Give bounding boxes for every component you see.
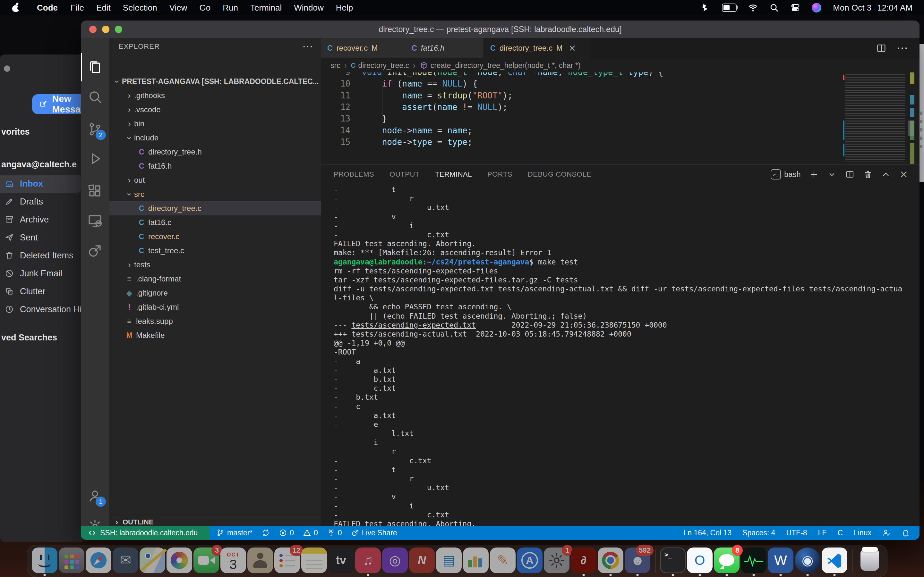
dock-discord[interactable]: ☻592 (624, 545, 651, 577)
terminal-shell-selector[interactable]: >_ bash (771, 169, 801, 179)
dock-trash[interactable] (856, 545, 883, 577)
maximize-panel-icon[interactable] (881, 169, 891, 179)
dock-messages[interactable]: 8 (713, 545, 740, 577)
explorer-item-.clang-format[interactable]: ≡.clang-format (109, 272, 336, 286)
dock-numbers[interactable] (462, 545, 489, 577)
panel-tab-ports[interactable]: PORTS (487, 164, 512, 184)
menu-item-edit[interactable]: Edit (90, 3, 117, 13)
explorer-item-include[interactable]: ›include (109, 131, 336, 145)
menu-item-help[interactable]: Help (330, 3, 359, 13)
status-live-share[interactable]: Live Share (351, 529, 397, 537)
minimize-window-button[interactable] (102, 26, 110, 33)
menu-item-terminal[interactable]: Terminal (244, 3, 288, 13)
status-c[interactable]: C (837, 529, 843, 537)
mail-folder-inbox[interactable]: Inbox (0, 175, 81, 193)
panel-tab-problems[interactable]: PROBLEMS (334, 164, 374, 184)
dock-steam[interactable]: ◉ (794, 545, 821, 577)
panel-tab-output[interactable]: OUTPUT (389, 164, 419, 184)
tab-recover.c[interactable]: Crecover.cM (321, 38, 405, 58)
menu-item-run[interactable]: Run (216, 3, 244, 13)
split-editor-icon[interactable] (876, 43, 887, 53)
remote-status-button[interactable]: SSH: labradoodle.caltech.edu (81, 526, 210, 540)
status-ln-164-col-13[interactable]: Ln 164, Col 13 (683, 529, 732, 537)
explorer-item-recover.c[interactable]: Crecover.cM (109, 229, 349, 243)
close-window-button[interactable] (89, 26, 97, 33)
menu-clock[interactable]: Mon Oct 3 12:04 AM (833, 3, 913, 13)
activity-search[interactable] (81, 83, 109, 111)
terminal-dropdown-icon[interactable] (827, 169, 837, 179)
explorer-item-tests[interactable]: ›tests (109, 258, 336, 272)
minimap-slider[interactable] (908, 121, 914, 136)
new-terminal-icon[interactable] (809, 169, 819, 179)
explorer-item-.gitignore[interactable]: ◆.gitignore (109, 286, 336, 300)
kill-terminal-icon[interactable] (863, 169, 873, 179)
mail-folder-deleted-items[interactable]: Deleted Items (0, 247, 81, 264)
mail-folder-clutter[interactable]: Clutter (0, 282, 81, 300)
dock-safari[interactable] (85, 545, 112, 577)
vscode-title-bar[interactable]: directory_tree.c — pretest-agangava [SSH… (81, 21, 919, 38)
dock-launchpad[interactable] (58, 545, 85, 577)
mail-folder-conversation-histo[interactable]: Conversation Histo (0, 300, 81, 318)
mail-window-traffic-light[interactable] (4, 65, 10, 72)
tab-directory-tree.c[interactable]: Cdirectory_tree.cM (484, 38, 591, 58)
explorer-item-src[interactable]: ›src (109, 187, 336, 201)
status-error[interactable]: 0 (279, 529, 294, 537)
status-radio-tower[interactable]: 0 (327, 529, 342, 537)
explorer-item-.githooks[interactable]: ›.githooks (109, 89, 336, 103)
explorer-item-bin[interactable]: ›bin (109, 117, 336, 131)
activity-run-debug[interactable] (81, 145, 109, 173)
dock-system-preferences[interactable]: 1 (543, 545, 570, 577)
siri-icon[interactable] (812, 3, 821, 13)
status-git-branch[interactable]: master* (216, 529, 252, 537)
dock-calendar[interactable]: OCT3 (220, 545, 247, 577)
activity-live-share[interactable] (81, 237, 109, 265)
spotlight-icon[interactable] (769, 3, 779, 13)
dock-news[interactable]: N (409, 545, 435, 577)
explorer-item-test-tree.c[interactable]: Ctest_tree.c (109, 243, 349, 258)
panel-tab-terminal[interactable]: TERMINAL (435, 164, 472, 184)
activity-remote-explorer[interactable] (81, 206, 109, 235)
terminal-file-link[interactable]: tests/ascending-expected.txt (351, 321, 476, 329)
dock-app-store[interactable]: A (516, 545, 543, 577)
dock-chrome[interactable] (597, 545, 624, 577)
status-warning[interactable]: 0 (303, 529, 318, 537)
breadcrumb-2[interactable]: create_directory_tree_helper(node_t *, c… (420, 61, 581, 70)
menu-item-window[interactable]: Window (288, 3, 330, 13)
dock-pages[interactable]: ✎ (489, 545, 516, 577)
menu-item-go[interactable]: Go (194, 3, 217, 13)
control-center-icon[interactable] (790, 3, 800, 13)
tab-fat16.h[interactable]: Cfat16.h (405, 38, 484, 58)
dock-outlook[interactable]: O (686, 545, 713, 577)
shortcut-flag-icon[interactable] (701, 3, 710, 13)
dock-acrobat[interactable]: ∂ (570, 545, 597, 577)
menu-app-name[interactable]: Code (30, 3, 65, 13)
explorer-item-pretest-agangava-ssh-labradoodle.caltec...[interactable]: ›PRETEST-AGANGAVA [SSH: LABRADOODLE.CALT… (109, 74, 324, 89)
mail-folder-junk-email[interactable]: Junk Email (0, 264, 81, 282)
dock-maps[interactable] (139, 545, 166, 577)
mail-folder-sent[interactable]: Sent (0, 229, 81, 247)
status-utf-8[interactable]: UTF-8 (786, 529, 807, 537)
status-linux[interactable]: Linux (854, 529, 871, 537)
dock-keynote[interactable]: ▤ (435, 545, 462, 577)
status-sync[interactable] (262, 529, 270, 537)
explorer-item-out[interactable]: ›out (109, 173, 336, 187)
dock-mail[interactable]: ✉ (112, 545, 139, 577)
explorer-item-makefile[interactable]: MMakefile (109, 328, 336, 342)
apple-menu-icon[interactable] (12, 3, 19, 12)
menu-item-selection[interactable]: Selection (117, 3, 163, 13)
status-lf[interactable]: LF (818, 529, 827, 537)
breadcrumb-1[interactable]: Cdirectory_tree.c (351, 61, 409, 70)
panel-tab-debug-console[interactable]: DEBUG CONSOLE (528, 164, 591, 184)
menu-item-view[interactable]: View (163, 3, 194, 13)
breadcrumb-0[interactable]: src (330, 61, 341, 70)
code-editor[interactable]: 9void init_node(node_t *node, char *name… (321, 73, 919, 164)
activity-source-control[interactable]: 2 (81, 115, 109, 143)
explorer-item-leaks.supp[interactable]: ≡leaks.supp (109, 314, 336, 328)
wifi-icon[interactable] (748, 3, 758, 13)
explorer-item-.gitlab-ci.yml[interactable]: !.gitlab-ci.yml (109, 300, 336, 314)
dock-vscode[interactable] (821, 545, 848, 577)
explorer-item-fat16.h[interactable]: Cfat16.h (109, 159, 349, 173)
feedback-icon[interactable] (882, 529, 891, 537)
split-terminal-icon[interactable] (845, 169, 855, 179)
status-spaces-4[interactable]: Spaces: 4 (742, 529, 775, 537)
